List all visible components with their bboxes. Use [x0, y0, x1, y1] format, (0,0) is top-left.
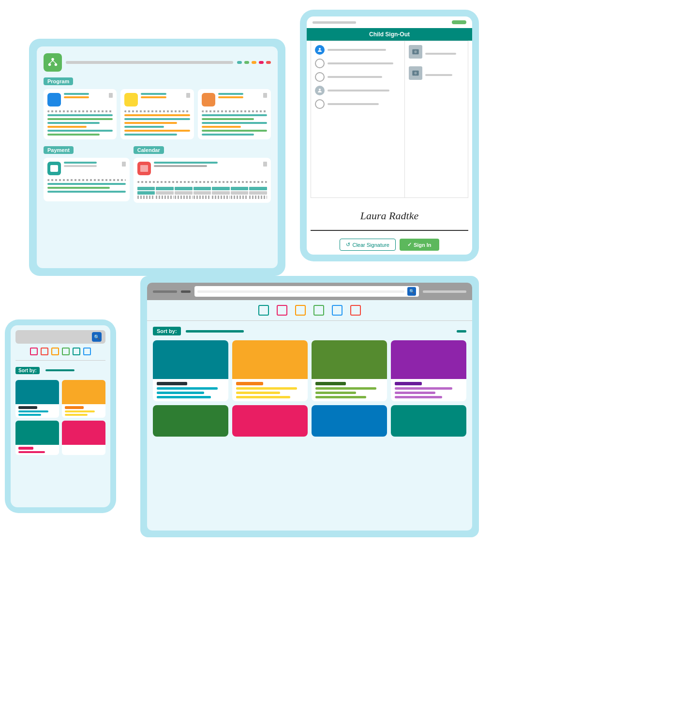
line: [395, 387, 452, 390]
sign-in-button[interactable]: ✓ Sign In: [400, 239, 439, 251]
cal-cell: [212, 196, 230, 199]
svg-point-0: [51, 58, 54, 61]
calendar-label: Calendar: [134, 146, 164, 154]
line: [124, 130, 190, 132]
line: [47, 122, 100, 124]
search-icon[interactable]: 🔍: [92, 332, 102, 342]
line: [328, 76, 382, 78]
filter-orange[interactable]: [295, 305, 306, 316]
calendar-card: [134, 158, 271, 203]
filter-orange[interactable]: [51, 348, 59, 355]
dt-card-color-2: [232, 340, 308, 379]
line: [47, 134, 100, 136]
cal-cell: [231, 191, 249, 195]
bottom-row-cards: [153, 405, 466, 437]
filter-red[interactable]: [350, 305, 361, 316]
cal-cell: [156, 191, 174, 195]
line: [395, 396, 442, 398]
desktop-sortby: Sort by:: [153, 327, 466, 335]
child-row-3: [315, 86, 401, 95]
line: [124, 110, 190, 112]
svg-point-1: [48, 63, 51, 66]
radio-btn[interactable]: [315, 59, 325, 68]
line: [18, 451, 45, 453]
svg-line-4: [53, 61, 56, 63]
svg-point-6: [319, 89, 321, 91]
bottom-section: Payment: [44, 145, 271, 203]
dot3: [252, 61, 256, 64]
filter-pink[interactable]: [30, 348, 38, 355]
line: [425, 74, 452, 76]
line: [315, 396, 366, 398]
app-icon: [44, 53, 62, 72]
program-cards: [44, 89, 271, 139]
line: [218, 96, 243, 98]
line: [65, 406, 84, 409]
person-lines: [425, 53, 464, 55]
br-card-2: [232, 405, 308, 437]
divider: [15, 360, 105, 361]
radio-btn[interactable]: [315, 99, 325, 109]
line: [425, 53, 456, 55]
filter-green[interactable]: [62, 348, 70, 355]
filter-teal[interactable]: [73, 348, 80, 355]
card-content-2: [62, 404, 105, 418]
line: [47, 130, 113, 132]
card-content-1: [15, 404, 59, 418]
line: [18, 410, 48, 412]
line: [124, 134, 177, 136]
filter-green[interactable]: [313, 305, 324, 316]
filter-blue[interactable]: [83, 348, 91, 355]
line: [64, 162, 97, 164]
filter-red[interactable]: [41, 348, 48, 355]
line: [47, 183, 126, 185]
cal-cell: [175, 191, 193, 195]
photo-row-1: [409, 45, 464, 62]
desktop-content: Sort by:: [147, 321, 472, 531]
phone: 🔍 Sort by:: [5, 319, 116, 513]
dot1: [237, 61, 242, 64]
line: [315, 392, 356, 394]
dt-search-icon[interactable]: 🔍: [407, 287, 416, 296]
person-icon: [315, 45, 325, 55]
tablet2: Child Sign-Out: [300, 10, 479, 261]
phone-card-3: [15, 421, 59, 455]
calendar-section: Calendar: [134, 145, 271, 203]
svg-point-5: [319, 48, 321, 50]
clear-signature-button[interactable]: ↺ Clear Signature: [340, 239, 395, 251]
line: [154, 162, 218, 164]
dt-title-line: [153, 290, 177, 293]
signout-left: [311, 41, 405, 197]
line: [328, 62, 393, 64]
refresh-icon: ↺: [346, 242, 350, 248]
signout-right: [405, 41, 468, 197]
line: [328, 49, 386, 51]
radio-btn[interactable]: [315, 72, 325, 82]
cal-cell: [137, 191, 155, 195]
br-card-3: [312, 405, 387, 437]
filter-row: [15, 348, 105, 355]
filter-teal[interactable]: [258, 305, 269, 316]
line: [328, 90, 389, 91]
t2-status: [452, 20, 466, 24]
phone-inner: 🔍 Sort by:: [11, 325, 110, 507]
line: [47, 187, 110, 189]
dot4: [259, 61, 264, 64]
cal-cell: [175, 196, 193, 199]
card-lines-1: [64, 93, 106, 98]
card-color-4: [62, 421, 105, 445]
menu-icon: [263, 162, 267, 167]
menu-icon: [263, 93, 267, 98]
card-lines-3: [218, 93, 260, 98]
line: [202, 118, 254, 120]
line: [124, 126, 164, 128]
line: [47, 191, 126, 193]
sortby-section: Sort by:: [15, 365, 105, 376]
person-lines: [425, 74, 464, 76]
tablet1: Program: [29, 39, 285, 276]
cal-cell: [249, 196, 267, 199]
filter-blue[interactable]: [332, 305, 343, 316]
dt-card-content-2: [232, 379, 308, 401]
filter-pink[interactable]: [277, 305, 287, 316]
line: [236, 382, 263, 385]
